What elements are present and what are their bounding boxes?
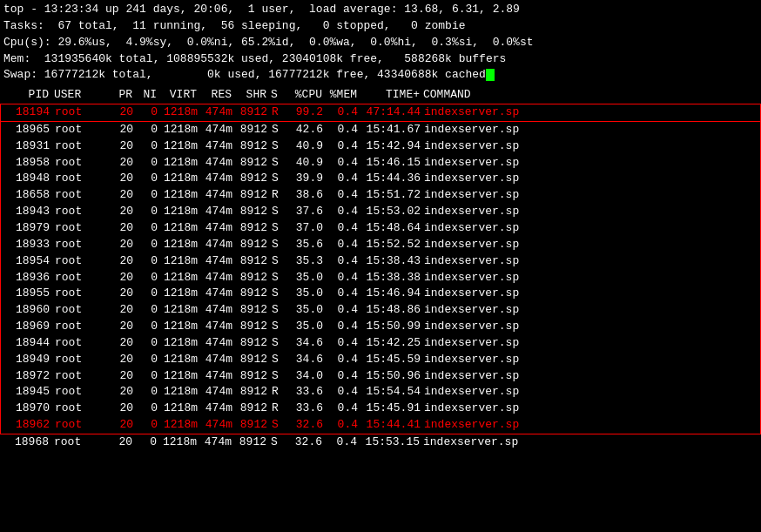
cell-pr: 20 [108, 434, 132, 451]
cell-s: S [267, 220, 283, 237]
cell-cpu: 99.2 [283, 104, 323, 121]
cell-mem: 0.4 [323, 187, 358, 204]
cell-virt: 1218m [158, 352, 198, 368]
cell-user: root [50, 104, 109, 121]
cell-s: S [266, 434, 282, 451]
cell-time: 15:45.91 [358, 401, 421, 417]
cell-res: 474m [198, 138, 232, 155]
cell-shr: 8912 [232, 122, 267, 138]
cell-user: root [50, 368, 109, 385]
cell-pid: 18194 [4, 104, 50, 121]
cell-time: 15:46.94 [358, 286, 421, 302]
cell-ni: 0 [133, 204, 158, 220]
cell-time: 15:48.86 [358, 302, 421, 319]
cell-ni: 0 [133, 384, 158, 401]
cell-pid: 18948 [4, 171, 50, 187]
cell-cpu: 40.9 [283, 155, 323, 172]
col-header-cpu: %CPU [282, 87, 322, 104]
table-row: 18945 root 20 0 1218m 474m 8912 R 33.6 0… [0, 384, 761, 401]
cell-cmd: indexserver.sp [421, 384, 519, 401]
table-row: 18968 root 20 0 1218m 474m 8912 S 32.6 0… [0, 434, 761, 451]
cell-s: S [267, 319, 283, 335]
cell-time: 15:50.99 [358, 319, 421, 335]
cell-cmd: indexserver.sp [421, 302, 519, 319]
cell-user: root [50, 302, 109, 319]
cell-shr: 8912 [232, 434, 266, 451]
cell-pid: 18962 [4, 417, 50, 434]
cell-s: S [267, 335, 283, 352]
cell-user: root [50, 155, 109, 172]
cell-ni: 0 [133, 138, 158, 155]
cell-res: 474m [198, 417, 232, 434]
col-header-user: USER [49, 87, 108, 104]
cell-shr: 8912 [232, 352, 267, 368]
cell-pr: 20 [109, 204, 133, 220]
cell-cpu: 34.6 [283, 352, 323, 368]
cell-user: root [50, 171, 109, 187]
cell-user: root [50, 187, 109, 204]
cell-mem: 0.4 [323, 104, 358, 121]
table-row: 18931 root 20 0 1218m 474m 8912 S 40.9 0… [0, 138, 761, 155]
cell-virt: 1218m [157, 434, 197, 451]
cell-user: root [50, 138, 109, 155]
cell-res: 474m [198, 220, 232, 237]
cell-cpu: 35.0 [283, 270, 323, 286]
cell-cpu: 35.0 [283, 319, 323, 335]
cell-cpu: 39.9 [283, 171, 323, 187]
cell-mem: 0.4 [323, 302, 358, 319]
cell-pr: 20 [109, 302, 133, 319]
cell-mem: 0.4 [323, 384, 358, 401]
cell-s: S [267, 122, 283, 138]
cell-user: root [50, 220, 109, 237]
cell-cmd: indexserver.sp [421, 253, 519, 270]
header-section: top - 13:23:34 up 241 days, 20:06, 1 use… [0, 0, 761, 85]
cell-virt: 1218m [158, 368, 198, 385]
cell-pid: 18972 [4, 368, 50, 385]
cell-cpu: 34.6 [283, 335, 323, 352]
cell-cpu: 40.9 [283, 138, 323, 155]
cell-time: 15:53.15 [357, 434, 420, 451]
cell-shr: 8912 [232, 104, 267, 121]
cell-cpu: 34.0 [283, 368, 323, 385]
cell-pid: 18968 [3, 434, 49, 451]
table-row: 18972 root 20 0 1218m 474m 8912 S 34.0 0… [0, 368, 761, 385]
cell-pid: 18949 [4, 352, 50, 368]
cell-virt: 1218m [158, 104, 198, 121]
cell-pid: 18933 [4, 237, 50, 253]
header-line-5: Swap: 16777212k total, 0k used, 16777212… [3, 67, 758, 84]
cell-pr: 20 [109, 171, 133, 187]
cell-mem: 0.4 [323, 122, 358, 138]
cell-shr: 8912 [232, 368, 267, 385]
cell-user: root [50, 335, 109, 352]
cell-pr: 20 [109, 352, 133, 368]
cell-shr: 8912 [232, 204, 267, 220]
cell-s: S [267, 352, 283, 368]
cell-shr: 8912 [232, 417, 267, 434]
cell-pid: 18931 [4, 138, 50, 155]
cell-s: S [267, 253, 283, 270]
cell-ni: 0 [133, 155, 158, 172]
cell-res: 474m [198, 104, 232, 121]
cell-pid: 18960 [4, 302, 50, 319]
cell-cmd: indexserver.sp [421, 237, 519, 253]
cell-cpu: 38.6 [283, 187, 323, 204]
cell-shr: 8912 [232, 401, 267, 417]
table-row: 18958 root 20 0 1218m 474m 8912 S 40.9 0… [0, 155, 761, 172]
cell-res: 474m [198, 155, 232, 172]
cell-virt: 1218m [158, 319, 198, 335]
cell-res: 474m [197, 434, 232, 451]
cell-virt: 1218m [158, 171, 198, 187]
col-header-shr: SHR [232, 87, 266, 104]
cell-ni: 0 [133, 302, 158, 319]
cell-time: 15:41.67 [358, 122, 421, 138]
cell-s: S [267, 286, 283, 302]
cell-res: 474m [198, 237, 232, 253]
cell-cmd: indexserver.sp [421, 417, 519, 434]
cell-shr: 8912 [232, 220, 267, 237]
table-row: 18960 root 20 0 1218m 474m 8912 S 35.0 0… [0, 302, 761, 319]
table-row: 18944 root 20 0 1218m 474m 8912 S 34.6 0… [0, 335, 761, 352]
cell-pr: 20 [109, 187, 133, 204]
cell-mem: 0.4 [323, 155, 358, 172]
cell-virt: 1218m [158, 253, 198, 270]
table-body: 18194 root 20 0 1218m 474m 8912 R 99.2 0… [0, 104, 761, 451]
